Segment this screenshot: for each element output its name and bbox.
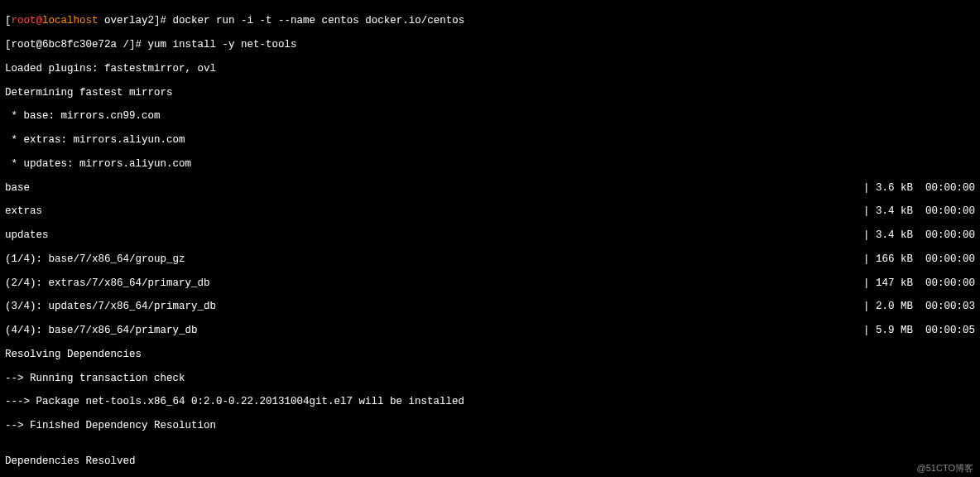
prompt-close: ]# — [154, 15, 166, 26]
prompt-open: [ — [5, 15, 12, 26]
prompt-host: localhost — [42, 15, 98, 26]
repo-row: base| 3.6 kB 00:00:00 — [5, 182, 975, 194]
repo-name: updates — [5, 229, 49, 241]
pre-line: Loaded plugins: fastestmirror, ovl — [5, 63, 975, 75]
dep-line: ---> Package net-tools.x86_64 0:2.0-0.22… — [5, 396, 975, 407]
repo-name: base — [5, 182, 30, 194]
pre-line: * base: mirrors.cn99.com — [5, 110, 975, 122]
prompt-line-1: [root@localhost overlay2]# docker run -i… — [5, 15, 975, 26]
repo-row: (2/4): extras/7/x86_64/primary_db| 147 k… — [5, 277, 975, 289]
prompt-line-2: [root@6bc8fc30e72a /]# yum install -y ne… — [5, 39, 975, 51]
prompt-cmd: docker run -i -t --name centos docker.io… — [166, 15, 464, 26]
prompt-user: root — [12, 15, 36, 26]
repo-name: (4/4): base/7/x86_64/primary_db — [5, 325, 198, 336]
repo-size: | 147 kB 00:00:00 — [863, 277, 975, 289]
repo-size: | 3.4 kB 00:00:00 — [863, 229, 975, 241]
dep-line: Resolving Dependencies — [5, 349, 975, 360]
terminal[interactable]: [root@localhost overlay2]# docker run -i… — [0, 0, 980, 477]
pre-line: Determining fastest mirrors — [5, 87, 975, 99]
repo-size: | 3.6 kB 00:00:00 — [863, 182, 975, 194]
repo-size: | 5.9 MB 00:00:05 — [863, 325, 975, 336]
repo-size: | 2.0 MB 00:00:03 — [863, 301, 975, 312]
repo-size: | 3.4 kB 00:00:00 — [863, 205, 975, 217]
repo-name: (1/4): base/7/x86_64/group_gz — [5, 253, 185, 265]
repo-row: updates| 3.4 kB 00:00:00 — [5, 229, 975, 241]
repo-row: extras| 3.4 kB 00:00:00 — [5, 205, 975, 217]
prompt-at: @ — [36, 15, 43, 26]
pre-line: * updates: mirrors.aliyun.com — [5, 158, 975, 170]
repo-size: | 166 kB 00:00:00 — [863, 253, 975, 265]
dep-line: --> Running transaction check — [5, 373, 975, 384]
dep-line: --> Finished Dependency Resolution — [5, 420, 975, 431]
dep-line: Dependencies Resolved — [5, 455, 975, 467]
repo-name: (3/4): updates/7/x86_64/primary_db — [5, 301, 216, 312]
prompt-cwd: overlay2 — [98, 15, 155, 26]
repo-row: (4/4): base/7/x86_64/primary_db| 5.9 MB … — [5, 325, 975, 336]
repo-name: extras — [5, 205, 42, 217]
watermark: @51CTO博客 — [917, 463, 973, 474]
repo-name: (2/4): extras/7/x86_64/primary_db — [5, 277, 210, 289]
repo-row: (3/4): updates/7/x86_64/primary_db| 2.0 … — [5, 301, 975, 312]
pre-line: * extras: mirrors.aliyun.com — [5, 134, 975, 146]
repo-row: (1/4): base/7/x86_64/group_gz| 166 kB 00… — [5, 253, 975, 265]
